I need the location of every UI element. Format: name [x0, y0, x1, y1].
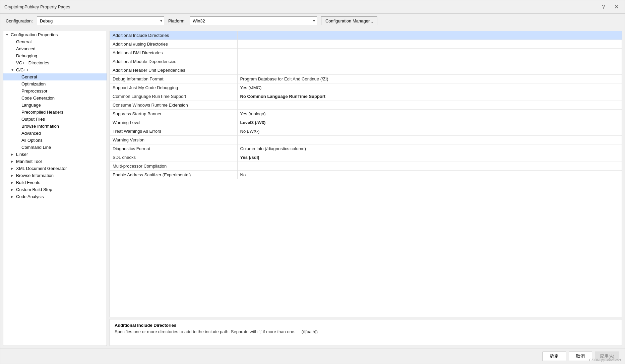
property-name-common-language-runtime: Common Language RunTime Support	[110, 92, 237, 101]
sidebar-item-label-browse-information: Browse Information	[16, 173, 105, 178]
sidebar-item-label-cpp-optimization: Optimization	[21, 81, 105, 86]
property-value-additional-include-dirs	[237, 31, 622, 40]
property-row-warning-level[interactable]: Warning LevelLevel3 (/W3)	[110, 118, 622, 127]
platform-label: Platform:	[168, 18, 186, 23]
property-row-consume-windows-runtime[interactable]: Consume Windows Runtime Extension	[110, 101, 622, 110]
sidebar-item-general[interactable]: General	[3, 38, 107, 45]
property-row-additional-bmi-dirs[interactable]: Additional BMI Directories	[110, 49, 622, 57]
property-row-common-language-runtime[interactable]: Common Language RunTime SupportNo Common…	[110, 92, 622, 101]
sidebar-item-manifest-tool[interactable]: ▶Manifest Tool	[3, 158, 107, 165]
sidebar-item-label-debugging: Debugging	[16, 53, 105, 58]
sidebar-tree[interactable]: ▼Configuration PropertiesGeneralAdvanced…	[3, 31, 107, 346]
expand-icon-cpp: ▼	[11, 68, 16, 72]
sidebar-item-cpp-general[interactable]: General	[3, 73, 107, 80]
property-row-warning-version[interactable]: Warning Version	[110, 136, 622, 144]
expand-icon-linker: ▶	[11, 153, 16, 156]
property-row-additional-header-unit-deps[interactable]: Additional Header Unit Dependencies	[110, 66, 622, 75]
property-name-treat-warnings-as-errors: Treat Warnings As Errors	[110, 127, 237, 136]
property-value-additional-header-unit-deps	[237, 66, 622, 75]
bottom-bar: 确定 取消 应用(A)	[0, 349, 625, 364]
sidebar-item-xml-document-generator[interactable]: ▶XML Document Generator	[3, 165, 107, 172]
property-row-additional-module-deps[interactable]: Additional Module Dependencies	[110, 57, 622, 66]
sidebar-item-cpp[interactable]: ▼C/C++	[3, 66, 107, 73]
config-bar: Configuration: Debug Release Platform: W…	[0, 14, 625, 28]
platform-select-wrapper: Win32 x64	[190, 16, 317, 25]
expand-icon-manifest-tool: ▶	[11, 160, 16, 163]
property-name-consume-windows-runtime: Consume Windows Runtime Extension	[110, 101, 237, 110]
sidebar-item-cpp-precompiled-headers[interactable]: Precompiled Headers	[3, 109, 107, 116]
property-row-multiprocessor-compilation[interactable]: Multi-processor Compilation	[110, 162, 622, 171]
sidebar-item-label-cpp-all-options: All Options	[21, 138, 105, 143]
configuration-select[interactable]: Debug Release	[37, 16, 164, 25]
sidebar-item-label-cpp: C/C++	[16, 67, 105, 72]
sidebar-item-label-cpp-output-files: Output Files	[21, 117, 105, 122]
sidebar-item-label-configuration-properties: Configuration Properties	[11, 32, 105, 37]
property-value-suppress-startup-banner: Yes (/nologo)	[237, 110, 622, 118]
sidebar-item-label-code-analysis: Code Analysis	[16, 194, 105, 199]
platform-select[interactable]: Win32 x64	[190, 16, 317, 25]
property-value-debug-info-format: Program Database for Edit And Continue (…	[237, 75, 622, 83]
property-row-treat-warnings-as-errors[interactable]: Treat Warnings As ErrorsNo (/WX-)	[110, 127, 622, 136]
description-flag: (/I[path])	[302, 329, 318, 334]
property-row-diagnostics-format[interactable]: Diagnostics FormatColumn Info (/diagnost…	[110, 144, 622, 153]
right-panel: Additional Include DirectoriesAdditional…	[110, 31, 622, 346]
property-name-debug-info-format: Debug Information Format	[110, 75, 237, 83]
property-name-multiprocessor-compilation: Multi-processor Compilation	[110, 162, 237, 171]
close-button[interactable]: ✕	[612, 3, 621, 11]
sidebar-item-build-events[interactable]: ▶Build Events	[3, 179, 107, 186]
config-manager-button[interactable]: Configuration Manager...	[321, 16, 377, 25]
ok-button[interactable]: 确定	[543, 352, 566, 361]
sidebar-item-debugging[interactable]: Debugging	[3, 52, 107, 59]
sidebar-item-linker[interactable]: ▶Linker	[3, 151, 107, 158]
sidebar-item-cpp-language[interactable]: Language	[3, 102, 107, 109]
description-title: Additional Include Directories	[115, 323, 617, 328]
sidebar-item-cpp-code-generation[interactable]: Code Generation	[3, 95, 107, 102]
property-row-enable-address-sanitizer[interactable]: Enable Address Sanitizer (Experimental)N…	[110, 171, 622, 179]
sidebar-item-cpp-preprocessor[interactable]: Preprocessor	[3, 87, 107, 95]
properties-table: Additional Include DirectoriesAdditional…	[110, 31, 622, 179]
property-value-treat-warnings-as-errors: No (/WX-)	[237, 127, 622, 136]
expand-icon-custom-build-step: ▶	[11, 188, 16, 191]
expand-icon-xml-document-generator: ▶	[11, 167, 16, 170]
properties-table-container[interactable]: Additional Include DirectoriesAdditional…	[110, 31, 622, 317]
sidebar-item-label-cpp-browse-information: Browse Information	[21, 124, 105, 129]
sidebar-item-label-cpp-code-generation: Code Generation	[21, 96, 105, 101]
sidebar-item-cpp-browse-information[interactable]: Browse Information	[3, 123, 107, 130]
property-value-support-just-my-code: Yes (/JMC)	[237, 83, 622, 92]
sidebar-item-cpp-all-options[interactable]: All Options	[3, 137, 107, 144]
sidebar-item-custom-build-step[interactable]: ▶Custom Build Step	[3, 186, 107, 193]
sidebar-item-cpp-command-line[interactable]: Command Line	[3, 144, 107, 151]
sidebar-item-browse-information[interactable]: ▶Browse Information	[3, 172, 107, 179]
main-window: CryptoImpPubkey Property Pages ? ✕ Confi…	[0, 0, 625, 364]
sidebar-item-advanced[interactable]: Advanced	[3, 45, 107, 52]
property-value-warning-version	[237, 136, 622, 144]
sidebar-item-cpp-advanced[interactable]: Advanced	[3, 130, 107, 137]
property-row-debug-info-format[interactable]: Debug Information FormatProgram Database…	[110, 75, 622, 83]
property-row-sdl-checks[interactable]: SDL checksYes (/sdl)	[110, 153, 622, 162]
sidebar-item-vc-directories[interactable]: VC++ Directories	[3, 59, 107, 66]
help-button[interactable]: ?	[600, 3, 607, 11]
cancel-button[interactable]: 取消	[569, 352, 592, 361]
property-row-support-just-my-code[interactable]: Support Just My Code DebuggingYes (/JMC)	[110, 83, 622, 92]
sidebar-item-label-custom-build-step: Custom Build Step	[16, 187, 105, 192]
property-value-enable-address-sanitizer: No	[237, 171, 622, 179]
property-value-warning-level: Level3 (/W3)	[237, 118, 622, 127]
sidebar-item-label-manifest-tool: Manifest Tool	[16, 159, 105, 164]
sidebar-item-cpp-output-files[interactable]: Output Files	[3, 116, 107, 123]
property-row-suppress-startup-banner[interactable]: Suppress Startup BannerYes (/nologo)	[110, 110, 622, 118]
sidebar-item-code-analysis[interactable]: ▶Code Analysis	[3, 193, 107, 200]
property-row-additional-include-dirs[interactable]: Additional Include Directories	[110, 31, 622, 40]
titlebar-controls: ? ✕	[600, 3, 621, 11]
property-name-diagnostics-format: Diagnostics Format	[110, 144, 237, 153]
property-value-diagnostics-format: Column Info (/diagnostics:column)	[237, 144, 622, 153]
property-name-support-just-my-code: Support Just My Code Debugging	[110, 83, 237, 92]
property-value-additional-module-deps	[237, 57, 622, 66]
property-name-warning-level: Warning Level	[110, 118, 237, 127]
sidebar-item-cpp-optimization[interactable]: Optimization	[3, 80, 107, 87]
property-row-additional-using-dirs[interactable]: Additional #using Directories	[110, 40, 622, 49]
property-value-multiprocessor-compilation	[237, 162, 622, 171]
sidebar-item-label-xml-document-generator: XML Document Generator	[16, 166, 105, 171]
sidebar-item-configuration-properties[interactable]: ▼Configuration Properties	[3, 31, 107, 38]
sidebar-item-label-cpp-command-line: Command Line	[21, 145, 105, 150]
property-name-suppress-startup-banner: Suppress Startup Banner	[110, 110, 237, 118]
